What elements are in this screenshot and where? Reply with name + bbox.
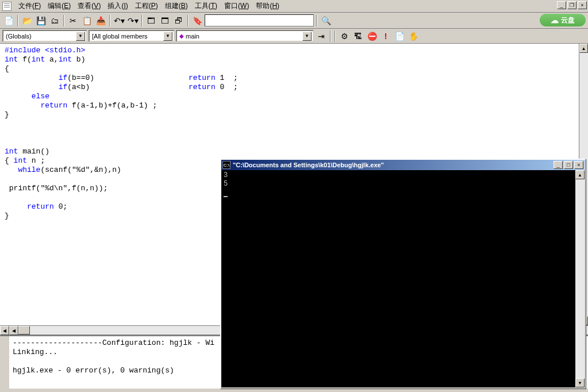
menu-v[interactable]: 查看(V) xyxy=(74,1,104,11)
save-icon[interactable]: 💾 xyxy=(34,14,47,27)
restore-button[interactable]: ❐ xyxy=(567,1,577,9)
build-icon[interactable]: 🏗 xyxy=(352,30,364,43)
stop-build-icon[interactable]: ⛔ xyxy=(366,30,378,43)
menu-t[interactable]: 工具(T) xyxy=(191,1,221,11)
menu-b[interactable]: 组建(B) xyxy=(162,1,191,11)
copy-icon[interactable]: 📋 xyxy=(80,14,93,27)
new-file-icon[interactable]: 📄 xyxy=(2,14,15,27)
scroll-up-icon[interactable]: ▲ xyxy=(579,44,588,53)
scope-value: (Globals) xyxy=(6,33,76,40)
scroll-down-icon[interactable]: ▼ xyxy=(575,378,585,387)
output-icon[interactable]: 🗖 xyxy=(159,14,171,27)
cloud-label: 云盘 xyxy=(561,16,575,25)
cloud-disk-badge[interactable]: 云盘 xyxy=(540,14,586,26)
paste-icon[interactable]: 📥 xyxy=(94,14,107,27)
function-value: main xyxy=(186,33,302,40)
redo-icon[interactable]: ↷▾ xyxy=(126,14,139,27)
hand-icon[interactable]: ✋ xyxy=(407,30,420,43)
console-title-text: "C:\Documents and Settings\k01\Debug\hgj… xyxy=(233,162,554,168)
compile-icon[interactable]: ⚙ xyxy=(338,30,351,43)
console-window: C:\ "C:\Documents and Settings\k01\Debug… xyxy=(220,159,586,389)
workspace-icon[interactable]: 🗔 xyxy=(145,14,157,27)
standard-toolbar: 📄 📂 💾 🗂 ✂ 📋 📥 ↶▾ ↷▾ 🗔 🗖 🗗 🔖 🔍 云盘 xyxy=(0,13,588,29)
minimize-button[interactable]: _ xyxy=(557,1,566,9)
save-all-icon[interactable]: 🗂 xyxy=(48,14,61,27)
cmd-icon: C:\ xyxy=(222,161,230,169)
document-icon xyxy=(2,2,11,11)
window-icon[interactable]: 🗗 xyxy=(172,14,185,27)
cut-icon[interactable]: ✂ xyxy=(67,14,79,27)
console-maximize-button[interactable]: □ xyxy=(564,161,573,169)
menu-bar: 文件(F)编辑(E)查看(V)插入(I)工程(P)组建(B)工具(T)窗口(W)… xyxy=(0,0,588,13)
execute-icon[interactable]: ! xyxy=(379,30,392,43)
console-body: 3 5 ▲ ▼ xyxy=(221,170,585,387)
chevron-down-icon: ▼ xyxy=(302,32,312,41)
go-icon[interactable]: 📄 xyxy=(393,30,406,43)
find-icon[interactable]: 🔍 xyxy=(320,14,332,27)
menu-f[interactable]: 文件(F) xyxy=(15,1,44,11)
console-minimize-button[interactable]: _ xyxy=(554,161,563,169)
wizard-bar: (Globals) ▼ [All global members ▼ ◆ main… xyxy=(0,29,588,44)
function-icon: ◆ xyxy=(179,33,184,39)
console-titlebar[interactable]: C:\ "C:\Documents and Settings\k01\Debug… xyxy=(221,160,585,170)
open-icon[interactable]: 📂 xyxy=(21,14,33,27)
members-dropdown[interactable]: [All global members ▼ xyxy=(89,30,175,42)
scroll-thumb[interactable] xyxy=(18,326,30,335)
mdi-window-controls: _ ❐ × xyxy=(557,1,587,9)
scroll-left-icon[interactable]: ◀ xyxy=(0,326,9,335)
menu-i[interactable]: 插入(I) xyxy=(104,1,131,11)
console-close-button[interactable]: × xyxy=(574,161,583,169)
scope-dropdown[interactable]: (Globals) ▼ xyxy=(2,30,87,42)
menu-w[interactable]: 窗口(W) xyxy=(221,1,252,11)
goto-icon[interactable]: ⇥ xyxy=(315,30,328,43)
console-scrollbar[interactable]: ▲ ▼ xyxy=(575,170,585,387)
undo-icon[interactable]: ↶▾ xyxy=(113,14,125,27)
close-button[interactable]: × xyxy=(578,1,587,9)
scroll-left2-icon[interactable]: ◀ xyxy=(9,326,18,335)
function-dropdown[interactable]: ◆ main ▼ xyxy=(176,30,314,42)
chevron-down-icon: ▼ xyxy=(76,32,85,41)
members-value: [All global members xyxy=(92,33,163,40)
console-output[interactable]: 3 5 xyxy=(221,170,575,387)
chevron-down-icon: ▼ xyxy=(163,32,172,41)
menu-p[interactable]: 工程(P) xyxy=(132,1,162,11)
find-combo[interactable] xyxy=(205,14,314,26)
menu-e[interactable]: 编辑(E) xyxy=(44,1,74,11)
menu-h[interactable]: 帮助(H) xyxy=(252,1,283,11)
scroll-up-icon[interactable]: ▲ xyxy=(575,170,585,179)
bookmark-icon[interactable]: 🔖 xyxy=(191,14,203,27)
